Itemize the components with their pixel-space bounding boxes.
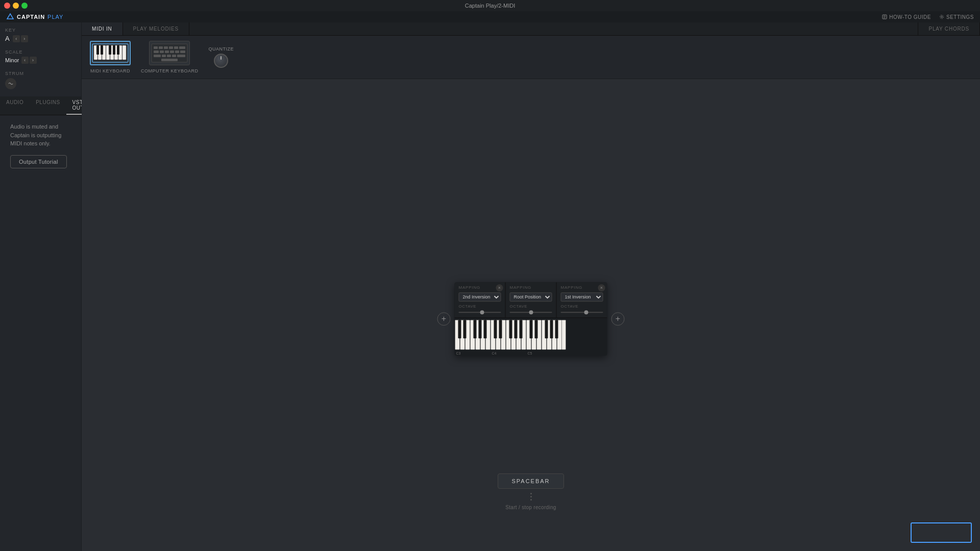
output-tutorial-button[interactable]: Output Tutorial <box>10 155 67 168</box>
midi-keyboard-label: MIDI KEYBOARD <box>90 68 130 73</box>
key-next-button[interactable]: › <box>21 35 28 42</box>
svg-rect-30 <box>165 51 169 53</box>
svg-rect-37 <box>172 55 176 57</box>
logo-play: PLAY <box>47 14 63 20</box>
svg-rect-39 <box>161 59 178 61</box>
minimize-button[interactable] <box>13 3 19 9</box>
main-canvas: + MAPPING × 2nd Inversion Root Position … <box>82 79 980 551</box>
quantize-label: QUANTIZE <box>209 46 234 52</box>
computer-keyboard-device[interactable]: COMPUTER KEYBOARD <box>141 41 199 73</box>
svg-rect-36 <box>167 55 171 57</box>
svg-rect-15 <box>122 45 126 60</box>
svg-text:C4: C4 <box>492 352 497 355</box>
key-label: KEY <box>5 28 76 33</box>
window-title: Captain Play/2-MIDI <box>465 3 515 9</box>
svg-rect-31 <box>170 51 174 53</box>
book-icon <box>882 14 887 19</box>
midi-keyboard-device[interactable]: MIDI KEYBOARD <box>90 41 131 73</box>
mapping-select-2[interactable]: Root Position 1st Inversion 2nd Inversio… <box>510 292 552 302</box>
svg-rect-51 <box>479 320 482 338</box>
svg-rect-16 <box>96 45 99 55</box>
window-controls[interactable] <box>4 3 28 9</box>
mapping-select-1[interactable]: 2nd Inversion Root Position 1st Inversio… <box>459 292 501 302</box>
gear-icon <box>939 14 944 19</box>
mapping-select-3[interactable]: 1st Inversion Root Position 2nd Inversio… <box>561 292 603 302</box>
svg-rect-24 <box>164 46 168 49</box>
svg-point-5 <box>941 16 942 18</box>
spacebar-hint: Start / stop recording <box>505 505 556 510</box>
add-right-button[interactable]: + <box>611 312 625 325</box>
svg-rect-63 <box>514 320 518 338</box>
svg-rect-19 <box>113 45 115 55</box>
scale-prev-button[interactable]: ‹ <box>21 57 29 64</box>
svg-rect-62 <box>509 320 512 338</box>
svg-rect-75 <box>545 320 548 338</box>
svg-rect-29 <box>160 51 164 53</box>
nav-midi-in[interactable]: MIDI IN <box>82 22 123 35</box>
key-row: A ‹ › <box>5 35 76 42</box>
piano-container: + MAPPING × 2nd Inversion Root Position … <box>437 282 625 356</box>
nav-play-melodies[interactable]: PLAY MELODIES <box>123 22 190 35</box>
key-nav-arrows: ‹ › <box>13 35 28 42</box>
mapping-title-3: MAPPING <box>561 285 603 290</box>
quantize-knob[interactable] <box>214 54 228 68</box>
how-to-guide-link[interactable]: HOW-TO GUIDE <box>882 14 931 20</box>
svg-rect-27 <box>179 46 185 49</box>
tab-audio[interactable]: AUDIO <box>0 96 30 115</box>
svg-rect-49 <box>463 320 467 338</box>
svg-rect-61 <box>499 320 502 338</box>
mapping-close-1[interactable]: × <box>496 284 503 291</box>
dot-3 <box>530 499 532 500</box>
svg-rect-52 <box>484 320 487 338</box>
scale-section: SCALE Minor ‹ › <box>5 49 76 64</box>
mapping-title-1: MAPPING <box>459 285 501 290</box>
svg-rect-38 <box>177 55 185 57</box>
dot-1 <box>530 493 532 494</box>
octave-thumb-1[interactable] <box>480 310 484 314</box>
scale-row: Minor ‹ › <box>5 57 76 64</box>
octave-label-3: OCTAVE <box>561 304 603 309</box>
strum-label: STRUM <box>5 71 76 76</box>
piano-wrapper: MAPPING × 2nd Inversion Root Position 1s… <box>455 282 607 356</box>
key-prev-button[interactable]: ‹ <box>13 35 20 42</box>
nav-play-chords[interactable]: PLAY CHORDS <box>918 22 980 35</box>
titlebar: Captain Play/2-MIDI <box>0 0 980 11</box>
sidebar-content: Audio is muted and Captain is outputting… <box>5 115 76 546</box>
tab-plugins[interactable]: PLUGINS <box>30 96 66 115</box>
captain-icon <box>6 13 14 21</box>
svg-rect-22 <box>154 46 158 49</box>
spacebar-button[interactable]: SPACEBAR <box>498 473 564 489</box>
blue-rect <box>911 522 972 543</box>
sidebar: KEY A ‹ › SCALE Minor ‹ › STRUM <box>0 22 82 551</box>
close-button[interactable] <box>4 3 10 9</box>
svg-rect-64 <box>520 320 523 338</box>
svg-marker-0 <box>7 14 13 19</box>
scale-next-button[interactable]: › <box>30 57 37 64</box>
svg-rect-33 <box>180 51 185 53</box>
top-nav: MIDI IN PLAY MELODIES PLAY CHORDS <box>82 22 980 36</box>
octave-label-1: OCTAVE <box>459 304 501 309</box>
svg-text:C5: C5 <box>528 352 532 355</box>
svg-rect-72 <box>562 320 566 349</box>
strum-section: STRUM <box>5 71 76 89</box>
app-header: CAPTAIN PLAY HOW-TO GUIDE SETTINGS <box>0 11 980 22</box>
octave-thumb-3[interactable] <box>584 310 588 314</box>
strum-button[interactable] <box>5 78 16 89</box>
mapping-close-3[interactable]: × <box>598 284 605 291</box>
svg-rect-20 <box>117 45 119 55</box>
spacebar-area: SPACEBAR Start / stop recording <box>498 473 564 510</box>
octave-label-2: OCTAVE <box>510 304 552 309</box>
octave-thumb-2[interactable] <box>529 310 533 314</box>
spacebar-dots <box>530 493 532 500</box>
logo-captain: CAPTAIN <box>17 14 45 20</box>
key-value: A <box>5 35 10 42</box>
svg-rect-26 <box>174 46 178 49</box>
settings-link[interactable]: SETTINGS <box>939 14 974 20</box>
maximize-button[interactable] <box>21 3 28 9</box>
svg-rect-17 <box>101 45 103 55</box>
svg-rect-76 <box>550 320 553 338</box>
svg-rect-18 <box>109 45 111 55</box>
piano-keys-area: C3 C4 C5 <box>455 318 567 356</box>
midi-keyboard-icon <box>90 41 131 65</box>
add-left-button[interactable]: + <box>437 312 451 325</box>
